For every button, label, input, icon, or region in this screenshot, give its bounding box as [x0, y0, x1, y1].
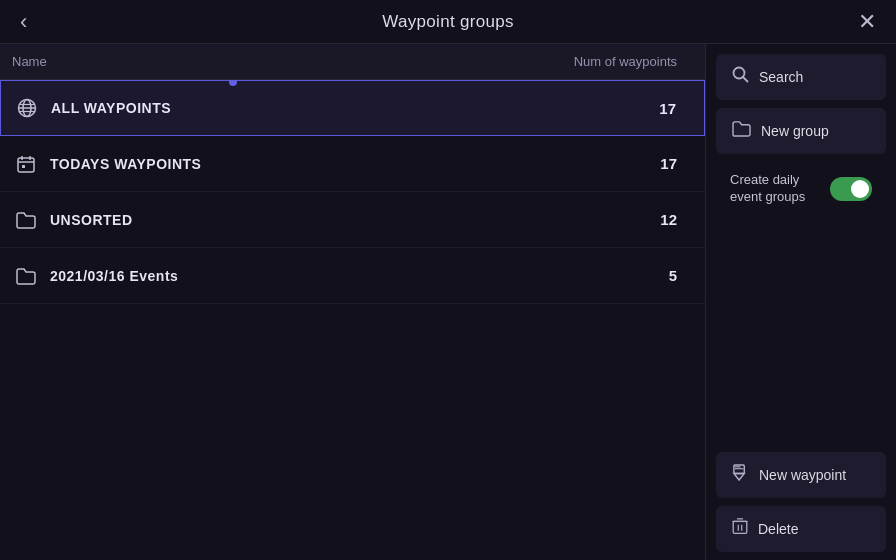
search-button[interactable]: Search [716, 54, 886, 100]
table-panel: Name Num of waypoints ALL WAYPOINTS [0, 44, 706, 560]
table-row[interactable]: 2021/03/16 Events 5 [0, 248, 705, 304]
row-label: TODAYS WAYPOINTS [50, 156, 533, 172]
row-label: UNSORTED [50, 212, 533, 228]
delete-icon [732, 518, 748, 540]
row-count: 12 [533, 211, 693, 228]
title-bar: ‹ Waypoint groups ✕ [0, 0, 896, 44]
close-button[interactable]: ✕ [850, 5, 884, 39]
dot-indicator [229, 80, 237, 86]
svg-line-11 [743, 77, 748, 82]
svg-marker-13 [734, 473, 744, 480]
back-button[interactable]: ‹ [12, 5, 35, 39]
row-count: 17 [532, 100, 692, 117]
col-num-header: Num of waypoints [533, 54, 693, 69]
main-layout: Name Num of waypoints ALL WAYPOINTS [0, 44, 896, 560]
search-icon [732, 66, 749, 88]
row-count: 5 [533, 267, 693, 284]
folder-icon [12, 211, 40, 229]
svg-rect-5 [18, 158, 34, 172]
toggle-track[interactable] [830, 177, 872, 201]
new-group-button[interactable]: New group [716, 108, 886, 154]
create-daily-label: Create dailyevent groups [730, 172, 820, 206]
delete-button[interactable]: Delete [716, 506, 886, 552]
globe-icon [13, 98, 41, 118]
create-daily-section: Create dailyevent groups [716, 162, 886, 216]
bottom-actions: New waypoint Delete [706, 444, 896, 560]
new-waypoint-button[interactable]: New waypoint [716, 452, 886, 498]
row-count: 17 [533, 155, 693, 172]
new-group-label: New group [761, 123, 829, 139]
action-spacer [706, 216, 896, 444]
svg-rect-16 [733, 521, 747, 533]
action-panel: Search New group Create dailyevent group… [706, 44, 896, 560]
row-label: ALL WAYPOINTS [51, 100, 532, 116]
folder-icon [12, 267, 40, 285]
table-row[interactable]: ALL WAYPOINTS 17 [0, 80, 705, 136]
table-row[interactable]: UNSORTED 12 [0, 192, 705, 248]
search-label: Search [759, 69, 803, 85]
row-label: 2021/03/16 Events [50, 268, 533, 284]
table-row[interactable]: TODAYS WAYPOINTS 17 [0, 136, 705, 192]
new-group-icon [732, 120, 751, 142]
calendar-icon [12, 154, 40, 174]
new-waypoint-label: New waypoint [759, 467, 846, 483]
toggle-thumb [851, 180, 869, 198]
page-title: Waypoint groups [382, 12, 513, 32]
delete-label: Delete [758, 521, 798, 537]
new-waypoint-icon [732, 464, 749, 486]
table-body: ALL WAYPOINTS 17 TODAYS WAYPOINTS 17 [0, 80, 705, 560]
table-header: Name Num of waypoints [0, 44, 705, 80]
svg-rect-9 [22, 165, 25, 168]
col-name-header: Name [12, 54, 533, 69]
create-daily-toggle[interactable] [830, 177, 872, 201]
